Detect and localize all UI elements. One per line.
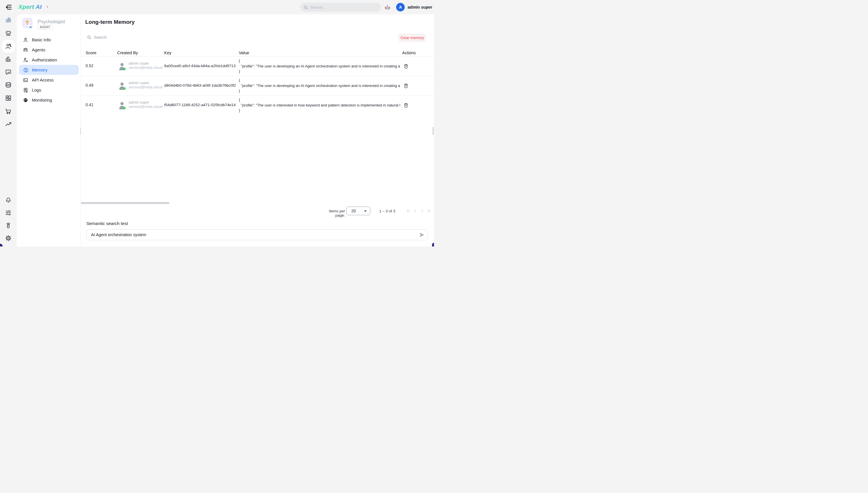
agent-sidebar: Psychologist AGENT Basic Info <box>17 14 81 246</box>
page-size-select[interactable]: 20 <box>346 207 370 215</box>
table-header: Score Created By Key Value Actions <box>81 50 434 57</box>
floating-widget-corner-left <box>0 244 3 246</box>
delete-row-button[interactable] <box>403 103 409 108</box>
sidebar-item-agents[interactable]: Agents <box>19 45 79 55</box>
chevron-left-icon[interactable]: ‹ <box>46 4 48 9</box>
creator-email: service@mtda.cloud <box>129 65 163 70</box>
gauge-icon <box>23 98 28 103</box>
score-value: 0.52 <box>86 63 93 68</box>
agent-type-badge: AGENT <box>37 25 53 29</box>
icon-rail <box>0 14 17 246</box>
table-row: 0.41 admin super service@mtda.cloud f54d… <box>81 95 434 115</box>
data-icon[interactable] <box>5 82 12 88</box>
send-icon <box>419 232 425 238</box>
send-button[interactable] <box>419 232 425 238</box>
agents-face-icon[interactable] <box>5 30 12 37</box>
global-search[interactable] <box>300 3 381 12</box>
chat-image-icon[interactable] <box>5 69 12 76</box>
preferences-icon[interactable] <box>5 209 12 216</box>
value-line: { <box>239 58 400 64</box>
brain-icon <box>23 67 28 72</box>
value-line: } <box>239 88 400 94</box>
next-page-button[interactable] <box>420 209 424 213</box>
value-line: { <box>239 78 400 83</box>
page-title: Long-term Memory <box>85 19 135 25</box>
memory-value: { "profile": "The user is interested in … <box>239 97 400 113</box>
sidebar-item-basic-info[interactable]: Basic Info <box>19 35 79 45</box>
first-page-button[interactable] <box>406 209 410 213</box>
semantic-search-title: Semantic search test <box>86 221 128 226</box>
chevron-down-icon: ▾ <box>427 6 428 9</box>
clear-memory-button[interactable]: Clear memory <box>398 34 426 42</box>
creator-email: service@mtda.cloud <box>129 85 163 89</box>
sidebar-item-api-access[interactable]: API Access <box>19 75 79 85</box>
sidebar-item-label: API Access <box>32 78 54 82</box>
semantic-search-input[interactable] <box>86 229 428 240</box>
agent-name: Psychologist <box>38 19 65 25</box>
dropdown-caret-icon <box>364 210 367 212</box>
user-settings-icon[interactable] <box>5 43 12 50</box>
sidebar-item-label: Basic Info <box>32 37 51 42</box>
online-status-dot <box>123 68 126 70</box>
items-per-page-label: Items per page: <box>319 209 345 217</box>
trends-icon[interactable] <box>5 121 12 128</box>
person-icon <box>23 37 28 42</box>
memory-search[interactable] <box>87 35 208 40</box>
creator-name: admin super <box>129 100 149 104</box>
memory-value: { "profile": "The user is developing an … <box>239 78 400 94</box>
page-size-value: 20 <box>351 209 356 213</box>
semantic-search-box <box>86 229 428 240</box>
column-actions: Actions <box>402 50 416 55</box>
creator-name: admin super <box>129 61 149 65</box>
score-value: 0.49 <box>86 83 93 87</box>
memory-search-input[interactable] <box>94 35 208 40</box>
agent-menu: Basic Info Agents <box>19 35 79 105</box>
sidebar-item-label: Agents <box>32 47 45 52</box>
online-status-dot <box>123 87 126 90</box>
user-avatar[interactable]: A <box>396 3 405 12</box>
top-header: Xpert AI ‹ A admin super ▾ <box>0 0 434 14</box>
sidebar-item-logs[interactable]: Logs <box>19 85 79 95</box>
trash-icon <box>404 103 408 108</box>
sidebar-item-authorization[interactable]: Authorization <box>19 55 79 65</box>
apps-icon[interactable] <box>5 95 12 102</box>
vertical-scrollbar[interactable] <box>432 127 434 135</box>
remote-icon[interactable] <box>5 222 12 229</box>
global-search-input[interactable] <box>310 5 378 9</box>
value-line: "profile": "The user is interested in ho… <box>239 103 400 108</box>
commerce-icon[interactable] <box>5 108 12 115</box>
table-row: 0.52 admin super service@mtda.cloud 6a00… <box>81 57 434 76</box>
app-logo[interactable]: Xpert AI <box>18 3 42 10</box>
user-menu[interactable]: admin super <box>408 5 432 9</box>
previous-page-button[interactable] <box>413 209 417 213</box>
page-range-label: 1 – 3 of 3 <box>379 209 395 213</box>
delete-row-button[interactable] <box>403 83 409 89</box>
sidebar-item-monitoring[interactable]: Monitoring <box>19 95 79 105</box>
sidebar-collapse-icon[interactable] <box>5 4 12 10</box>
search-icon <box>87 35 91 40</box>
app-window: Xpert AI ‹ A admin super ▾ <box>0 0 434 246</box>
sidebar-item-label: Monitoring <box>32 98 52 103</box>
column-score: Score <box>86 50 97 55</box>
analytics-icon[interactable] <box>5 56 12 63</box>
trash-icon <box>404 83 408 88</box>
memory-page: Long-term Memory Clear memory Score Crea… <box>81 14 434 246</box>
notifications-icon[interactable] <box>5 197 12 204</box>
sidebar-item-memory[interactable]: Memory <box>19 65 79 75</box>
sidebar-scrollbar[interactable] <box>80 127 81 134</box>
search-icon <box>304 5 308 10</box>
score-value: 0.41 <box>86 103 93 107</box>
copilot-robot-icon[interactable] <box>384 4 391 11</box>
last-page-button[interactable] <box>427 209 431 213</box>
memory-key: d804d4b0-078d-4b63-a08f-1da3b76bc0f2 <box>164 83 236 87</box>
organization-icon[interactable] <box>5 16 12 23</box>
sidebar-item-label: Memory <box>32 67 47 72</box>
settings-icon[interactable] <box>5 235 12 242</box>
column-value: Value <box>239 50 249 55</box>
creator-email: service@mtda.cloud <box>129 104 163 109</box>
people-group-icon <box>23 47 28 52</box>
horizontal-scrollbar[interactable] <box>81 202 169 204</box>
delete-row-button[interactable] <box>403 64 409 69</box>
online-status-dot <box>123 107 126 109</box>
floating-widget-corner-right <box>432 243 434 246</box>
